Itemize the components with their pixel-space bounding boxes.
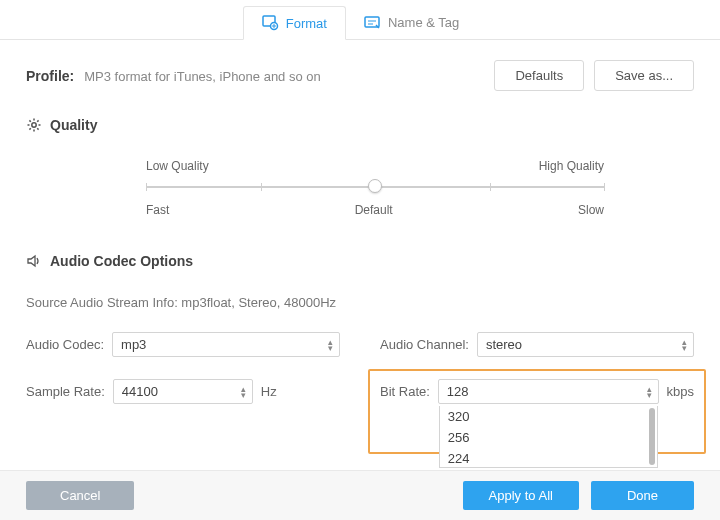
tab-format[interactable]: Format (243, 6, 346, 40)
bit-rate-field: Bit Rate: 128 ▴▾ 320 256 224 kbps (380, 379, 694, 404)
svg-point-3 (32, 123, 36, 127)
audio-channel-select[interactable]: stereo ▴▾ (477, 332, 694, 357)
bit-rate-label: Bit Rate: (380, 384, 430, 399)
bit-rate-option[interactable]: 320 (440, 406, 657, 427)
bit-rate-dropdown[interactable]: 320 256 224 (439, 406, 658, 468)
bit-rate-unit: kbps (667, 384, 694, 399)
tab-name-tag-label: Name & Tag (388, 15, 459, 30)
chevron-updown-icon: ▴▾ (682, 339, 687, 351)
bit-rate-select[interactable]: 128 ▴▾ 320 256 224 (438, 379, 659, 404)
chevron-updown-icon: ▴▾ (328, 339, 333, 351)
quality-heading-text: Quality (50, 117, 97, 133)
speaker-icon (26, 253, 42, 269)
bit-rate-value: 128 (447, 384, 469, 399)
tab-name-tag[interactable]: Name & Tag (346, 6, 477, 39)
source-audio-info: Source Audio Stream Info: mp3float, Ster… (26, 295, 694, 310)
bit-rate-option[interactable]: 224 (440, 448, 657, 468)
audio-codec-value: mp3 (121, 337, 146, 352)
dropdown-scrollbar[interactable] (649, 408, 655, 465)
audio-codec-select[interactable]: mp3 ▴▾ (112, 332, 340, 357)
sample-rate-label: Sample Rate: (26, 384, 105, 399)
chevron-updown-icon: ▴▾ (241, 386, 246, 398)
cancel-button[interactable]: Cancel (26, 481, 134, 510)
tab-bar: Format Name & Tag (0, 0, 720, 40)
sample-rate-value: 44100 (122, 384, 158, 399)
quality-slider[interactable] (146, 177, 604, 197)
bit-rate-option[interactable]: 256 (440, 427, 657, 448)
profile-description: MP3 format for iTunes, iPhone and so on (84, 69, 321, 84)
quality-slow-label: Slow (578, 203, 604, 217)
quality-high-label: High Quality (539, 159, 604, 173)
footer: Cancel Apply to All Done (0, 470, 720, 520)
quality-default-label: Default (169, 203, 578, 217)
audio-channel-label: Audio Channel: (380, 337, 469, 352)
audio-codec-heading: Audio Codec Options (26, 253, 694, 269)
chevron-updown-icon: ▴▾ (647, 386, 652, 398)
gear-icon (26, 117, 42, 133)
apply-to-all-button[interactable]: Apply to All (463, 481, 579, 510)
sample-rate-field: Sample Rate: 44100 ▴▾ Hz (26, 379, 340, 404)
tab-format-label: Format (286, 16, 327, 31)
slider-thumb[interactable] (368, 179, 382, 193)
quality-slider-block: Low Quality High Quality Fast Default Sl… (26, 159, 694, 217)
audio-codec-label: Audio Codec: (26, 337, 104, 352)
audio-codec-heading-text: Audio Codec Options (50, 253, 193, 269)
sample-rate-select[interactable]: 44100 ▴▾ (113, 379, 253, 404)
quality-low-label: Low Quality (146, 159, 209, 173)
defaults-button[interactable]: Defaults (494, 60, 584, 91)
format-icon (262, 15, 280, 31)
sample-rate-unit: Hz (261, 384, 277, 399)
profile-label: Profile: (26, 68, 74, 84)
quality-heading: Quality (26, 117, 694, 133)
done-button[interactable]: Done (591, 481, 694, 510)
save-as-button[interactable]: Save as... (594, 60, 694, 91)
profile-row: Profile: MP3 format for iTunes, iPhone a… (26, 60, 694, 91)
name-tag-icon (364, 15, 382, 31)
audio-channel-field: Audio Channel: stereo ▴▾ (380, 332, 694, 357)
quality-fast-label: Fast (146, 203, 169, 217)
audio-codec-field: Audio Codec: mp3 ▴▾ (26, 332, 340, 357)
audio-channel-value: stereo (486, 337, 522, 352)
